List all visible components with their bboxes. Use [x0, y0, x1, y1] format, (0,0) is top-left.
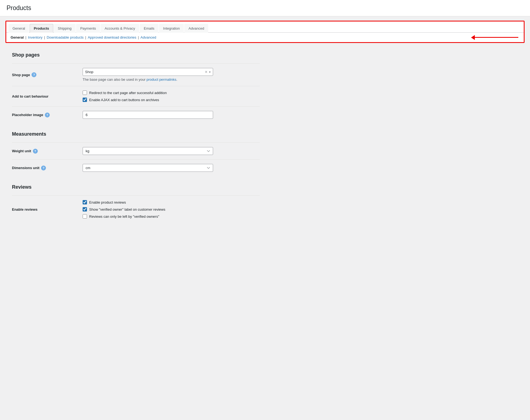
- dimensions-unit-label: Dimensions unit: [12, 166, 39, 170]
- arrow-line: [475, 37, 518, 38]
- tab-shipping[interactable]: Shipping: [54, 24, 76, 33]
- shop-page-chevron-icon: ▾: [209, 70, 211, 74]
- shop-pages-heading: Shop pages: [12, 52, 260, 58]
- measurements-heading: Measurements: [12, 131, 260, 137]
- dimensions-unit-row: Dimensions unit ? cm m mm in yd: [12, 160, 260, 176]
- product-permalinks-link[interactable]: product permalinks: [146, 77, 176, 82]
- measurements-table: Weight unit ? kg g lbs oz Dimensions uni…: [12, 142, 260, 176]
- dimensions-unit-control-cell: cm m mm in yd: [83, 160, 260, 176]
- tab-integration[interactable]: Integration: [159, 24, 184, 33]
- enable-reviews-label-cell: Enable reviews: [12, 196, 83, 223]
- separator-2: |: [44, 35, 45, 39]
- sub-tab-approved-dirs[interactable]: Approved download directories: [88, 35, 136, 39]
- tab-payments[interactable]: Payments: [76, 24, 100, 33]
- sub-tab-general[interactable]: General: [11, 35, 24, 39]
- weight-unit-label: Weight unit: [12, 149, 31, 153]
- page-title: Products: [7, 4, 523, 12]
- enable-reviews-option2-label: Show "verified owner" label on customer …: [89, 207, 165, 211]
- arrow-head: [471, 35, 475, 40]
- enable-reviews-option3-label: Reviews can only be left by "verified ow…: [89, 214, 159, 219]
- add-to-cart-label-cell: Add to cart behaviour: [12, 86, 83, 107]
- shop-pages-table: Shop page ? × ▾ The base page can also b…: [12, 63, 260, 123]
- add-to-cart-option2-row: Enable AJAX add to cart buttons on archi…: [83, 98, 260, 102]
- dimensions-unit-label-cell: Dimensions unit ?: [12, 160, 83, 176]
- shop-page-help-icon[interactable]: ?: [32, 72, 36, 77]
- shop-page-select-wrapper: × ▾: [83, 68, 213, 76]
- add-to-cart-option1-row: Redirect to the cart page after successf…: [83, 91, 260, 95]
- add-to-cart-option2-label: Enable AJAX add to cart buttons on archi…: [89, 98, 159, 102]
- add-to-cart-checkbox1[interactable]: [83, 91, 87, 95]
- weight-unit-row: Weight unit ? kg g lbs oz: [12, 143, 260, 160]
- placeholder-image-control-cell: [83, 107, 260, 123]
- shop-page-control-cell: × ▾ The base page can also be used in yo…: [83, 64, 260, 86]
- weight-unit-control-cell: kg g lbs oz: [83, 143, 260, 160]
- separator-3: |: [85, 35, 86, 39]
- arrow-annotation: [471, 35, 518, 40]
- sub-tab-downloadable[interactable]: Downloadable products: [47, 35, 84, 39]
- placeholder-image-label-cell: Placeholder image ?: [12, 107, 83, 123]
- separator-4: |: [138, 35, 139, 39]
- dimensions-unit-help-icon[interactable]: ?: [41, 166, 46, 170]
- tab-products[interactable]: Products: [30, 24, 53, 33]
- reviews-heading: Reviews: [12, 184, 260, 190]
- content-area: Shop pages Shop page ? × ▾ The base page…: [5, 43, 266, 229]
- weight-unit-help-icon[interactable]: ?: [33, 149, 38, 154]
- enable-reviews-row: Enable reviews Enable product reviews Sh…: [12, 196, 260, 223]
- add-to-cart-control-cell: Redirect to the cart page after successf…: [83, 86, 260, 107]
- sub-tab-list: General | Inventory | Downloadable produ…: [6, 33, 524, 42]
- sub-tab-inventory[interactable]: Inventory: [28, 35, 42, 39]
- placeholder-image-label: Placeholder image: [12, 113, 43, 117]
- enable-reviews-option3-row: Reviews can only be left by "verified ow…: [83, 214, 260, 219]
- enable-reviews-checkbox2[interactable]: [83, 207, 87, 211]
- main-tab-list: General Products Shipping Payments Accou…: [6, 21, 524, 33]
- tab-emails[interactable]: Emails: [140, 24, 158, 33]
- tab-bar-wrapper: General Products Shipping Payments Accou…: [5, 21, 525, 43]
- placeholder-image-row: Placeholder image ?: [12, 107, 260, 123]
- dimensions-unit-select[interactable]: cm m mm in yd: [83, 164, 213, 172]
- enable-reviews-option1-row: Enable product reviews: [83, 200, 260, 204]
- page-header: Products: [0, 0, 530, 16]
- enable-reviews-checkbox3[interactable]: [83, 214, 87, 219]
- tab-general[interactable]: General: [8, 24, 29, 33]
- weight-unit-label-cell: Weight unit ?: [12, 143, 83, 160]
- reviews-table: Enable reviews Enable product reviews Sh…: [12, 195, 260, 223]
- enable-reviews-checkbox1[interactable]: [83, 200, 87, 204]
- shop-page-label: Shop page: [12, 73, 30, 77]
- separator-1: |: [25, 35, 26, 39]
- add-to-cart-row: Add to cart behaviour Redirect to the ca…: [12, 86, 260, 107]
- enable-reviews-control-cell: Enable product reviews Show "verified ow…: [83, 196, 260, 223]
- placeholder-image-input[interactable]: [83, 111, 213, 119]
- enable-reviews-option2-row: Show "verified owner" label on customer …: [83, 207, 260, 211]
- add-to-cart-label: Add to cart behaviour: [12, 94, 48, 98]
- enable-reviews-label: Enable reviews: [12, 207, 38, 211]
- sub-tab-advanced[interactable]: Advanced: [141, 35, 156, 39]
- enable-reviews-option1-label: Enable product reviews: [89, 200, 126, 204]
- add-to-cart-checkbox2[interactable]: [83, 98, 87, 102]
- shop-page-row: Shop page ? × ▾ The base page can also b…: [12, 64, 260, 86]
- placeholder-image-help-icon[interactable]: ?: [45, 113, 50, 117]
- shop-page-helper-text: The base page can also be used in your p…: [83, 77, 260, 82]
- add-to-cart-option1-label: Redirect to the cart page after successf…: [89, 91, 167, 95]
- tab-advanced[interactable]: Advanced: [184, 24, 208, 33]
- weight-unit-select[interactable]: kg g lbs oz: [83, 147, 213, 155]
- shop-page-input[interactable]: [85, 68, 203, 76]
- shop-page-clear-btn[interactable]: ×: [205, 70, 207, 74]
- tab-accounts-privacy[interactable]: Accounts & Privacy: [101, 24, 139, 33]
- shop-page-label-cell: Shop page ?: [12, 64, 83, 86]
